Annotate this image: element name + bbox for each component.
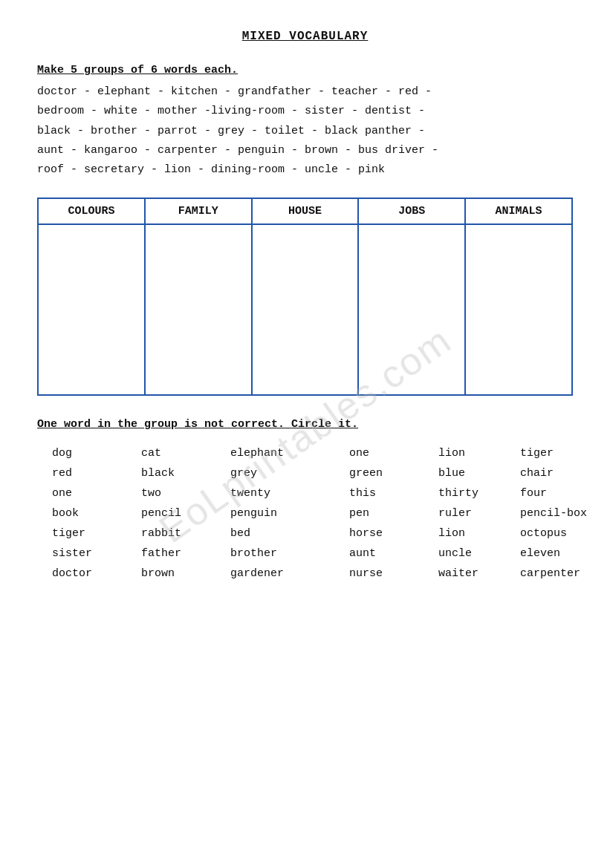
word-cell: blue bbox=[438, 467, 520, 480]
table-header: COLOURS bbox=[38, 198, 145, 224]
word-cell: red bbox=[52, 467, 141, 480]
word-list-line: bedroom - white - mother -living-room - … bbox=[37, 102, 573, 121]
word-cell: one bbox=[52, 487, 141, 500]
word-cell: pencil bbox=[141, 507, 230, 520]
word-cell: eleven bbox=[520, 547, 610, 560]
word-cell: bed bbox=[230, 527, 349, 540]
word-list-line: black - brother - parrot - grey - toilet… bbox=[37, 122, 573, 141]
word-cell: octopus bbox=[520, 527, 610, 540]
table-header: JOBS bbox=[358, 198, 465, 224]
word-cell: black bbox=[141, 467, 230, 480]
vocabulary-table: COLOURSFAMILYHOUSEJOBSANIMALS bbox=[37, 198, 573, 396]
word-cell: this bbox=[349, 487, 438, 500]
word-list-line: roof - secretary - lion - dining-room - … bbox=[37, 160, 573, 180]
word-cell: penguin bbox=[230, 507, 349, 520]
word-cell: grey bbox=[230, 467, 349, 480]
word-cell: thirty bbox=[438, 487, 520, 500]
table-header: ANIMALS bbox=[465, 198, 572, 224]
word-cell: tiger bbox=[520, 447, 610, 460]
word-cell: doctor bbox=[52, 567, 141, 580]
word-cell: pencil-box bbox=[520, 507, 610, 520]
table-cell bbox=[252, 224, 359, 395]
word-cell: tiger bbox=[52, 527, 141, 540]
word-cell: green bbox=[349, 467, 438, 480]
word-cell: cat bbox=[141, 447, 230, 460]
word-cell: ruler bbox=[438, 507, 520, 520]
instruction-2: One word in the group is not correct. Ci… bbox=[37, 418, 573, 431]
word-list-line: doctor - elephant - kitchen - grandfathe… bbox=[37, 82, 573, 102]
word-list: doctor - elephant - kitchen - grandfathe… bbox=[37, 82, 573, 180]
word-cell: carpenter bbox=[520, 567, 610, 580]
word-list-line: aunt - kangaroo - carpenter - penguin - … bbox=[37, 141, 573, 160]
word-cell: sister bbox=[52, 547, 141, 560]
word-cell: brother bbox=[230, 547, 349, 560]
table-header: HOUSE bbox=[252, 198, 359, 224]
word-grid: dogcatelephantoneliontigerredblackgreygr… bbox=[52, 447, 573, 580]
word-cell: one bbox=[349, 447, 438, 460]
table-cell bbox=[465, 224, 572, 395]
word-cell: rabbit bbox=[141, 527, 230, 540]
word-cell: chair bbox=[520, 467, 610, 480]
word-cell: aunt bbox=[349, 547, 438, 560]
word-cell: father bbox=[141, 547, 230, 560]
word-cell: dog bbox=[52, 447, 141, 460]
table-header: FAMILY bbox=[145, 198, 252, 224]
table-cell bbox=[38, 224, 145, 395]
word-cell: book bbox=[52, 507, 141, 520]
word-cell: lion bbox=[438, 527, 520, 540]
table-cell bbox=[145, 224, 252, 395]
word-cell: uncle bbox=[438, 547, 520, 560]
word-cell: nurse bbox=[349, 567, 438, 580]
page-title: MIXED VOCABULARY bbox=[37, 30, 573, 43]
word-cell: brown bbox=[141, 567, 230, 580]
word-cell: lion bbox=[438, 447, 520, 460]
word-cell: waiter bbox=[438, 567, 520, 580]
instruction-1: Make 5 groups of 6 words each. bbox=[37, 64, 573, 76]
word-cell: gardener bbox=[230, 567, 349, 580]
word-cell: horse bbox=[349, 527, 438, 540]
word-cell: four bbox=[520, 487, 610, 500]
word-cell: elephant bbox=[230, 447, 349, 460]
word-cell: two bbox=[141, 487, 230, 500]
word-cell: pen bbox=[349, 507, 438, 520]
table-cell bbox=[358, 224, 465, 395]
word-cell: twenty bbox=[230, 487, 349, 500]
